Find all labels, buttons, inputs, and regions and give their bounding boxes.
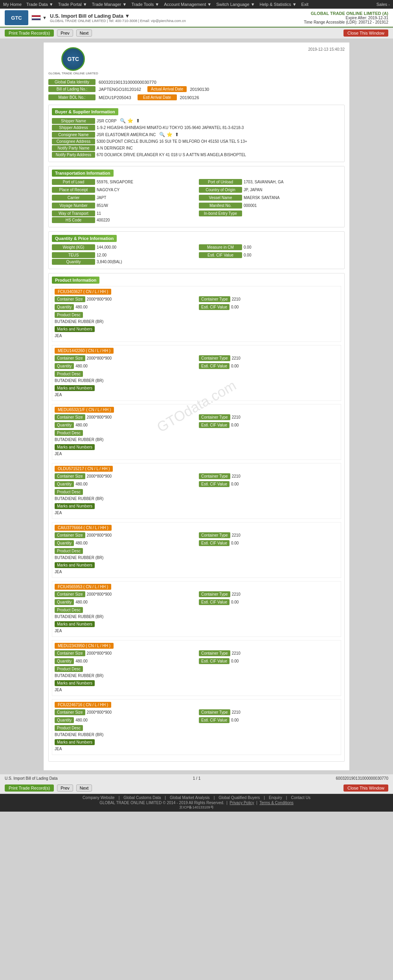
top-right-info: GLOBAL TRADE ONLINE LIMITED (A) Expire A… <box>304 11 388 24</box>
star-icon[interactable]: ⭐ <box>127 118 134 124</box>
print-button[interactable]: Print Trade Record(s) <box>5 30 54 37</box>
nav-sales: Sales - <box>376 2 390 7</box>
container-block: MEDU6532(1/F ( CN / L / HH ) Container S… <box>52 404 341 460</box>
buyer-supplier-title: Buyer & Supplier Information <box>52 108 118 115</box>
container-size-value-4: 2000*800*900 <box>87 533 112 537</box>
container-type-row-1: Container Type 2210 <box>199 355 338 361</box>
container-size-label-0: Container Size <box>55 296 85 302</box>
consignee-star-icon[interactable]: ⭐ <box>166 131 173 138</box>
footer-page-info: 1 / 1 <box>193 776 200 781</box>
weight-row: Weight (KG) 144,000.00 <box>52 244 194 250</box>
bottom-close-button[interactable]: Close This Window <box>343 784 388 792</box>
link-buyers[interactable]: Global Qualified Buyers <box>219 795 260 800</box>
marks-text-4: JEA <box>55 570 338 574</box>
container-size-value-2: 2000*800*900 <box>87 415 112 419</box>
container-grid-5: Container Size 2000*800*900 Container Ty… <box>55 591 338 606</box>
link-terms[interactable]: Terms & Conditions <box>259 801 294 805</box>
actual-arrival-label: Actual Arrival Date <box>147 86 187 92</box>
consignee-up-icon[interactable]: ⬆ <box>174 131 180 138</box>
container-type-label-3: Container Type <box>199 473 230 479</box>
top-nav: My Home Trade Data ▼ Trade Portal ▼ Trad… <box>0 0 393 9</box>
gtc-logo-subtitle: GLOBAL TRADE ONLINE LIMITED <box>48 72 98 75</box>
marks-section-3: Marks and Numbers <box>55 502 338 510</box>
marks-label-4: Marks and Numbers <box>55 562 95 568</box>
hs-code-value: 400220 <box>97 218 110 222</box>
nav-myhome[interactable]: My Home <box>3 2 22 7</box>
link-privacy[interactable]: Privacy Policy <box>230 801 254 805</box>
product-desc-label-7: Product Desc <box>55 725 83 731</box>
container-block: MEDU1442260 ( CN / L / HH ) Container Si… <box>52 345 341 401</box>
nav-tradeportal[interactable]: Trade Portal ▼ <box>58 2 87 7</box>
prev-button[interactable]: Prev <box>57 30 73 37</box>
nav-tradedata[interactable]: Trade Data ▼ <box>26 2 53 7</box>
hs-code-row: HS Code 400220 <box>52 217 341 223</box>
nav-account[interactable]: Account Management ▼ <box>164 2 211 7</box>
bottom-prev-button[interactable]: Prev <box>57 784 73 792</box>
close-button[interactable]: Close This Window <box>343 30 388 37</box>
container-type-value-0: 2210 <box>232 297 241 301</box>
marks-section-4: Marks and Numbers <box>55 561 338 569</box>
buyer-supplier-section: Buyer & Supplier Information Shipper Nam… <box>48 105 345 162</box>
container-size-label-5: Container Size <box>55 591 85 597</box>
container-type-label-0: Container Type <box>199 296 230 302</box>
container-cif-value-5: 0.00 <box>231 600 239 604</box>
consignee-name-icons: 🔍 ⭐ ⬆ <box>159 131 180 138</box>
container-type-value-3: 2210 <box>232 474 241 478</box>
place-of-receipt-label: Place of Receipt <box>52 187 95 193</box>
up-arrow-icon[interactable]: ⬆ <box>135 118 141 124</box>
link-company[interactable]: Company Website <box>83 795 115 800</box>
link-contact[interactable]: Contact Us <box>291 795 310 800</box>
consignee-search-icon[interactable]: 🔍 <box>159 131 165 138</box>
nav-language[interactable]: Switch Language ▼ <box>216 2 255 7</box>
container-size-label-1: Container Size <box>55 355 85 361</box>
container-qty-row-3: Quantity 480.00 <box>55 481 194 487</box>
bottom-bar: Company Website | Global Customs Data | … <box>0 794 393 812</box>
bol-value: JAPTENGO18120162 <box>99 87 141 92</box>
container-cif-row-5: Estl. CIF Value 0.00 <box>199 599 338 605</box>
marks-section-2: Marks and Numbers <box>55 443 338 451</box>
main-content: GTC GLOBAL TRADE ONLINE LIMITED 2019-12-… <box>43 42 350 771</box>
container-qty-row-6: Quantity 480.00 <box>55 658 194 664</box>
doc-date: 2019-12-13 15:40:32 <box>308 47 345 52</box>
container-cif-row-3: Estl. CIF Value 0.00 <box>199 481 338 487</box>
shipper-address-label: Shipper Address <box>52 125 95 131</box>
link-enquiry[interactable]: Enquiry <box>269 795 282 800</box>
bottom-next-button[interactable]: Next <box>76 784 92 792</box>
nav-tradetools[interactable]: Trade Tools ▼ <box>131 2 159 7</box>
estl-cif-label: Estl. CIF Value <box>199 252 242 258</box>
nav-trademanager[interactable]: Trade Manager ▼ <box>92 2 127 7</box>
container-qty-value-0: 480.00 <box>75 305 88 309</box>
search-icon[interactable]: 🔍 <box>120 118 126 124</box>
consignee-address-row: Consignee Address 5300 DUPONT CIRCLE BUI… <box>52 138 341 144</box>
container-number-badge: MEDU6532(1/F ( CN / L / HH ) <box>55 407 338 414</box>
container-type-value-5: 2210 <box>232 592 241 596</box>
next-button[interactable]: Next <box>76 30 92 37</box>
container-type-value-4: 2210 <box>232 533 241 537</box>
container-size-row-3: Container Size 2000*800*900 <box>55 473 194 479</box>
container-qty-row-0: Quantity 480.00 <box>55 304 194 310</box>
container-block: FCIU3403627 ( CN / L / HH ) Container Si… <box>52 286 341 342</box>
container-size-row-7: Container Size 2000*800*900 <box>55 709 194 715</box>
shipper-address-value: 1-9-2 HIGASHI-SHINBASHI MINATO-KU TOKYO … <box>97 125 244 130</box>
container-type-value-2: 2210 <box>232 415 241 419</box>
container-size-value-6: 2000*800*900 <box>87 651 112 655</box>
container-qty-label-4: Quantity <box>55 540 74 546</box>
gtc-logo-main: GTC GLOBAL TRADE ONLINE LIMITED <box>48 47 98 75</box>
product-desc-section-3: Product Desc <box>55 488 338 496</box>
mater-bol-label: Mater BOL No.: <box>48 94 95 100</box>
container-qty-label-0: Quantity <box>55 304 74 310</box>
container-size-label-3: Container Size <box>55 473 85 479</box>
product-desc-text-5: BUTADIENE RUBBER (BR) <box>55 615 338 619</box>
bottom-print-button[interactable]: Print Trade Record(s) <box>5 784 54 792</box>
link-market[interactable]: Global Market Analysis <box>170 795 210 800</box>
gtc-logo-circle: GTC <box>61 47 85 71</box>
nav-exit[interactable]: Exit <box>301 2 309 7</box>
container-type-row-0: Container Type 2210 <box>199 296 338 302</box>
nav-help[interactable]: Help & Statistics ▼ <box>260 2 297 7</box>
actual-arrival-value: 20190130 <box>190 87 209 92</box>
marks-section-7: Marks and Numbers <box>55 738 338 746</box>
container-type-row-7: Container Type 2210 <box>199 709 338 715</box>
link-customs[interactable]: Global Customs Data <box>123 795 161 800</box>
product-desc-label-0: Product Desc <box>55 312 83 318</box>
notify-party-address-value: 670 DOLWICK DRIVE ERLANGER KY 41 018 U S… <box>97 153 246 157</box>
